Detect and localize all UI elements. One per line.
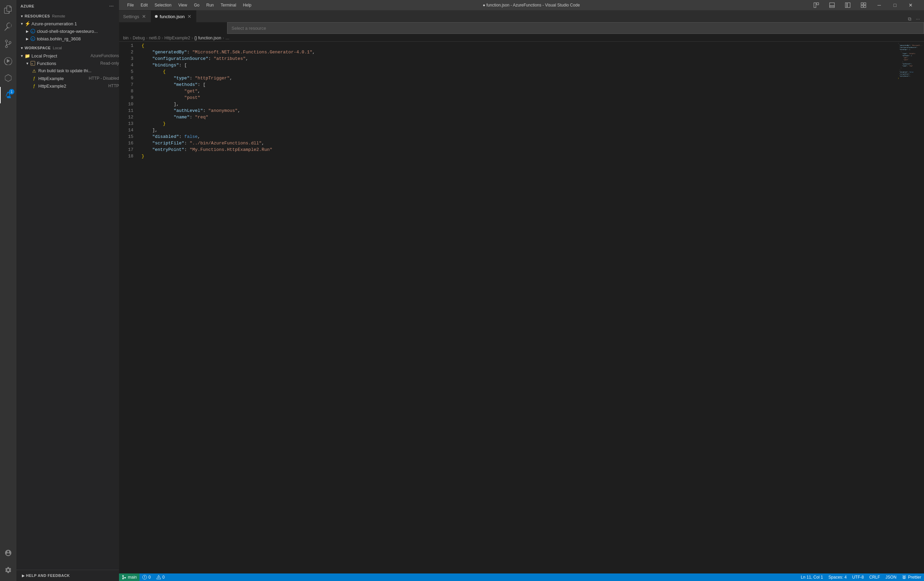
run-debug-icon[interactable] xyxy=(0,53,16,69)
help-menu[interactable]: Help xyxy=(241,2,254,8)
storage-expand-arrow: ▶ xyxy=(25,28,30,34)
accounts-icon[interactable] xyxy=(0,545,16,561)
storage-icon: S xyxy=(30,28,36,34)
http-example2-item[interactable]: ƒ HttpExample2 HTTP xyxy=(16,82,119,89)
line-ending-label: CRLF xyxy=(869,575,880,579)
split-editor-btn[interactable]: ⧉ xyxy=(906,15,913,22)
minimap: { "generatedBy": "Microsoft... "configur… xyxy=(897,42,924,573)
settings-tab[interactable]: Settings ✕ xyxy=(119,10,151,22)
indentation[interactable]: Spaces: 4 xyxy=(826,573,850,581)
settings-gear-icon[interactable] xyxy=(0,562,16,578)
svg-rect-7 xyxy=(817,3,819,5)
breadcrumb-functionjson[interactable]: {} function.json xyxy=(194,36,221,40)
view-menu[interactable]: View xyxy=(175,2,190,8)
encoding[interactable]: UTF-8 xyxy=(850,573,866,581)
local-project-badge: AzureFunctions xyxy=(91,53,119,58)
source-control-icon[interactable] xyxy=(0,36,16,52)
build-task-item[interactable]: ⚠ Run build task to update thi... xyxy=(16,67,119,74)
breadcrumb-net60[interactable]: net6.0 xyxy=(149,36,160,40)
code-editor[interactable]: { "generatedBy": "Microsoft.NET.Sdk.Func… xyxy=(136,42,897,573)
status-bar: main 0 0 Ln 11, Col 1 xyxy=(119,573,924,581)
subscription-label: Azure-prenumeration 1 xyxy=(31,21,110,26)
http-example2-label: HttpExample2 xyxy=(38,83,106,89)
cursor-position[interactable]: Ln 11, Col 1 xyxy=(798,573,826,581)
resources-section-header[interactable]: ▼ RESOURCES Remote ▽ xyxy=(16,12,119,20)
azure-badge: 1 xyxy=(9,89,14,94)
line-ending[interactable]: CRLF xyxy=(866,573,883,581)
minimize-btn[interactable]: ─ xyxy=(871,0,887,10)
functions-item[interactable]: ▼ ≡ Functions Read-only xyxy=(16,60,119,67)
workspace-section-header[interactable]: ▼ WORKSPACE Local xyxy=(16,44,119,52)
tab-area-container: Settings ✕ function.json ✕ ⧉ ··· xyxy=(119,10,924,22)
function-json-tab-close[interactable]: ✕ xyxy=(187,14,192,19)
settings-tab-close[interactable]: ✕ xyxy=(141,14,147,19)
extensions-icon[interactable] xyxy=(0,70,16,86)
title-bar: File Edit Selection View Go Run Terminal… xyxy=(119,0,924,10)
subscription-icon: ⚡ xyxy=(25,21,30,26)
edit-menu[interactable]: Edit xyxy=(138,2,150,8)
help-expand-arrow: ▶ xyxy=(20,573,26,578)
layout-toggle-btn[interactable] xyxy=(808,0,824,10)
git-branch-name: main xyxy=(128,575,137,579)
breadcrumb-sep-5: › xyxy=(223,36,224,40)
file-menu[interactable]: File xyxy=(124,2,137,8)
explorer-icon[interactable] xyxy=(0,2,16,18)
select-resource-input[interactable] xyxy=(228,23,924,33)
more-tabs-btn[interactable]: ··· xyxy=(914,15,921,22)
filter-icon[interactable]: ▽ xyxy=(65,13,72,20)
breadcrumb-sep-4: › xyxy=(191,36,193,40)
subscription-item[interactable]: ▼ ⚡ Azure-prenumeration 1 ▽ xyxy=(16,20,119,27)
terminal-menu[interactable]: Terminal xyxy=(218,2,239,8)
resource-group-item[interactable]: ▶ R tobias.bohlin_rg_3608 xyxy=(16,35,119,42)
breadcrumb-bin[interactable]: bin xyxy=(123,36,129,40)
warning-icon: ⚠ xyxy=(31,68,37,74)
go-menu[interactable]: Go xyxy=(191,2,202,8)
breadcrumb-debug[interactable]: Debug xyxy=(133,36,145,40)
http-example2-icon: ƒ xyxy=(31,83,37,89)
error-count[interactable]: 0 xyxy=(140,573,153,581)
panel-toggle-btn[interactable] xyxy=(824,0,840,10)
status-bar-right: Ln 11, Col 1 Spaces: 4 UTF-8 CRLF JSON P… xyxy=(798,573,924,581)
search-icon[interactable] xyxy=(0,18,16,35)
build-task-label: Run build task to update thi... xyxy=(38,68,119,73)
svg-rect-10 xyxy=(845,3,847,8)
breadcrumb-ellipsis[interactable]: … xyxy=(225,36,229,40)
git-branch-status[interactable]: main xyxy=(119,573,140,581)
breadcrumb-sep-1: › xyxy=(130,36,131,40)
function-json-tab-label: function.json xyxy=(160,14,185,19)
azure-icon[interactable]: 1 xyxy=(0,87,16,103)
error-count-label: 0 xyxy=(148,575,151,579)
rg-label: tobias.bohlin_rg_3608 xyxy=(37,36,119,41)
storage-item[interactable]: ▶ S cloud-shell-storage-westeuro... xyxy=(16,27,119,35)
run-menu[interactable]: Run xyxy=(203,2,216,8)
sidebar-header-actions: ··· xyxy=(108,3,115,10)
close-btn[interactable]: ✕ xyxy=(903,0,919,10)
http-example-item[interactable]: ƒ HttpExample HTTP - Disabled xyxy=(16,74,119,82)
maximize-btn[interactable]: □ xyxy=(887,0,903,10)
svg-point-18 xyxy=(144,578,145,578)
local-project-label: Local Project xyxy=(31,53,89,58)
help-and-feedback-item[interactable]: ▶ HELP AND FEEDBACK xyxy=(16,571,119,579)
local-project-item[interactable]: ▼ 📁 Local Project AzureFunctions xyxy=(16,52,119,60)
subscription-filter-btn[interactable]: ▽ xyxy=(110,20,117,27)
settings-tab-label: Settings xyxy=(123,14,139,19)
formatter[interactable]: Prettier xyxy=(899,573,924,581)
local-project-collapse-arrow: ▼ xyxy=(19,53,25,58)
warning-count[interactable]: 0 xyxy=(153,573,168,581)
svg-rect-12 xyxy=(861,3,863,5)
cursor-position-label: Ln 11, Col 1 xyxy=(801,575,823,579)
warning-count-label: 0 xyxy=(162,575,165,579)
sidebar-more-actions-btn[interactable]: ··· xyxy=(108,3,115,10)
http-example-label: HttpExample xyxy=(38,76,87,81)
customize-layout-btn[interactable] xyxy=(856,0,871,10)
window-controls: ─ □ ✕ xyxy=(808,0,919,10)
sidebar-toggle-btn[interactable] xyxy=(840,0,856,10)
language-mode[interactable]: JSON xyxy=(883,573,899,581)
http-example-badge: HTTP - Disabled xyxy=(89,76,119,81)
breadcrumb-httpexample2[interactable]: HttpExample2 xyxy=(165,36,190,40)
help-label: HELP AND FEEDBACK xyxy=(26,573,70,578)
selection-menu[interactable]: Selection xyxy=(152,2,174,8)
function-json-tab[interactable]: function.json ✕ xyxy=(151,10,196,22)
resources-collapse-arrow: ▼ xyxy=(19,13,25,19)
tab-bar-actions: ⧉ ··· xyxy=(904,15,924,22)
